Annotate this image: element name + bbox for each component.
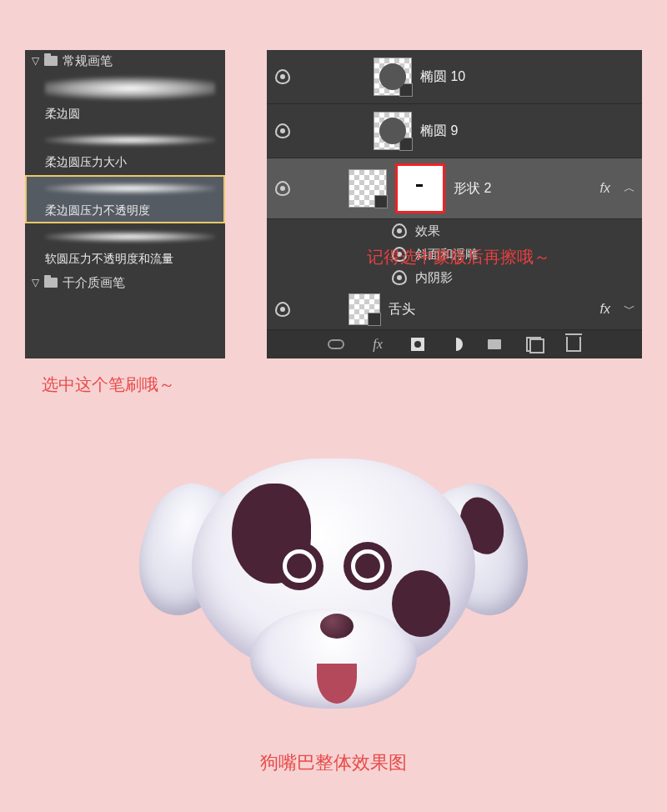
dog-result-preview bbox=[150, 450, 517, 734]
visibility-eye-icon[interactable] bbox=[275, 181, 290, 196]
layer-row-selected[interactable]: 形状 2 fx ︿ bbox=[267, 158, 642, 219]
layer-row[interactable]: 椭圆 10 bbox=[267, 50, 642, 104]
brush-label: 柔边圆 bbox=[45, 107, 215, 122]
new-layer-icon[interactable] bbox=[526, 337, 541, 352]
dog-muzzle bbox=[250, 609, 417, 709]
brush-preset-selected[interactable]: 柔边圆压力不透明度 bbox=[25, 175, 225, 223]
chevron-down-icon: ▽ bbox=[32, 55, 39, 67]
new-group-icon[interactable] bbox=[488, 339, 501, 349]
layer-row[interactable]: 椭圆 9 bbox=[267, 104, 642, 158]
layer-name[interactable]: 舌头 bbox=[389, 301, 592, 318]
layers-toolbar: fx bbox=[267, 330, 642, 358]
dog-nose bbox=[320, 614, 354, 639]
visibility-eye-icon[interactable] bbox=[392, 223, 407, 238]
eye-highlight bbox=[283, 549, 316, 583]
layer-name[interactable]: 形状 2 bbox=[454, 180, 592, 198]
adjustment-layer-icon[interactable] bbox=[449, 338, 463, 351]
layer-thumbnail[interactable] bbox=[349, 293, 380, 325]
layer-thumbnail[interactable] bbox=[374, 112, 412, 150]
layers-panel: 椭圆 10 椭圆 9 形状 2 fx ︿ 效果 斜面和浮雕 内阴影 bbox=[267, 50, 642, 358]
brush-group-label: 常规画笔 bbox=[63, 53, 113, 69]
mask-annotation: 记得选中蒙版后再擦哦～ bbox=[367, 246, 550, 268]
chevron-down-icon[interactable]: ﹀ bbox=[624, 302, 635, 317]
visibility-eye-icon[interactable] bbox=[275, 302, 290, 317]
brush-preset[interactable]: 软圆压力不透明度和流量 bbox=[25, 223, 225, 272]
folder-icon bbox=[44, 278, 58, 288]
chevron-up-icon[interactable]: ︿ bbox=[624, 181, 635, 196]
brush-label: 柔边圆压力不透明度 bbox=[45, 203, 215, 218]
eye-highlight bbox=[351, 549, 384, 583]
visibility-eye-icon[interactable] bbox=[275, 123, 290, 138]
dog-eye-right bbox=[344, 542, 392, 590]
effect-row[interactable]: 内阴影 bbox=[267, 266, 642, 289]
effect-name: 内阴影 bbox=[415, 270, 453, 286]
layer-thumbnail[interactable] bbox=[374, 58, 412, 96]
brush-stroke-preview bbox=[45, 177, 215, 200]
brush-group-row[interactable]: ▽ 常规画笔 bbox=[25, 50, 225, 72]
add-mask-icon[interactable] bbox=[411, 338, 424, 351]
layer-mask-thumbnail[interactable] bbox=[395, 163, 445, 213]
brush-preset[interactable]: 柔边圆 bbox=[25, 72, 225, 127]
brush-stroke-preview bbox=[45, 73, 215, 103]
brush-group-row[interactable]: ▽ 干介质画笔 bbox=[25, 272, 225, 293]
brush-preset[interactable]: 柔边圆压力大小 bbox=[25, 127, 225, 175]
dog-eye-left bbox=[275, 542, 323, 590]
trash-icon[interactable] bbox=[566, 337, 581, 352]
brush-label: 柔边圆压力大小 bbox=[45, 155, 215, 170]
dog-tongue bbox=[317, 664, 357, 704]
brush-stroke-preview bbox=[45, 128, 215, 152]
layer-name[interactable]: 椭圆 10 bbox=[420, 68, 642, 86]
chevron-down-icon: ▽ bbox=[32, 277, 39, 288]
effects-header[interactable]: 效果 bbox=[267, 219, 642, 243]
folder-icon bbox=[44, 56, 58, 66]
layer-thumbnail[interactable] bbox=[349, 169, 387, 208]
fx-badge[interactable]: fx bbox=[600, 181, 610, 196]
dog-caption: 狗嘴巴整体效果图 bbox=[0, 750, 667, 775]
effects-label: 效果 bbox=[415, 223, 440, 239]
fx-badge[interactable]: fx bbox=[600, 302, 610, 317]
layer-list: 椭圆 10 椭圆 9 形状 2 fx ︿ 效果 斜面和浮雕 内阴影 bbox=[267, 50, 642, 330]
brush-stroke-preview bbox=[45, 225, 215, 248]
brush-group-label: 干介质画笔 bbox=[63, 275, 125, 291]
layer-row[interactable]: 舌头 fx ﹀ bbox=[267, 289, 642, 330]
link-layers-icon[interactable] bbox=[328, 336, 344, 353]
layer-name[interactable]: 椭圆 9 bbox=[420, 123, 642, 140]
fx-icon[interactable]: fx bbox=[369, 336, 386, 353]
brush-label: 软圆压力不透明度和流量 bbox=[45, 252, 215, 267]
visibility-eye-icon[interactable] bbox=[392, 270, 407, 285]
brush-presets-panel: ▽ 常规画笔 柔边圆 柔边圆压力大小 柔边圆压力不透明度 软圆压力不透明度和流量… bbox=[25, 50, 225, 358]
visibility-eye-icon[interactable] bbox=[275, 69, 290, 84]
brush-caption: 选中这个笔刷哦～ bbox=[42, 373, 175, 396]
